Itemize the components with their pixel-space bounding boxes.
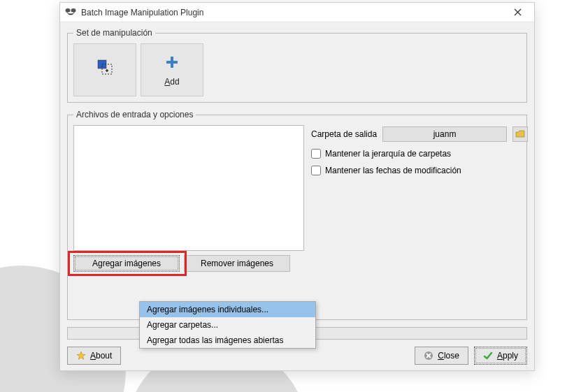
right-button-group: Close Apply — [415, 347, 527, 365]
output-folder-button[interactable]: juanm — [382, 126, 507, 142]
menu-add-all-open[interactable]: Agregar todas las imágenes abiertas — [140, 333, 315, 348]
keep-dates-label: Mantener las fechas de modificación — [325, 166, 461, 175]
output-folder-row: Carpeta de salida juanm — [311, 126, 521, 142]
keep-hierarchy-label: Mantener la jerarquía de carpetas — [325, 149, 451, 159]
add-images-button[interactable]: Agregar imágenes — [73, 255, 180, 272]
manipulation-set-legend: Set de manipulación — [73, 28, 155, 38]
titlebar: Batch Image Manipulation Plugin — [60, 3, 534, 22]
remove-images-button[interactable]: Remover imágenes — [184, 255, 290, 272]
menu-add-individual[interactable]: Agregar imágenes individuales... — [140, 302, 315, 317]
manipulation-set-group: Set de manipulación — [67, 28, 527, 103]
svg-point-2 — [69, 12, 70, 13]
keep-hierarchy-checkbox-row[interactable]: Mantener la jerarquía de carpetas — [311, 149, 521, 159]
svg-point-0 — [66, 8, 71, 13]
output-folder-label: Carpeta de salida — [311, 129, 377, 139]
close-button[interactable]: Close — [415, 347, 468, 365]
selection-icon — [96, 58, 114, 76]
add-remove-row: Agregar imágenes Remover imágenes — [73, 255, 521, 272]
add-tool-label: Add — [164, 77, 179, 87]
window-close-button[interactable] — [505, 3, 530, 22]
app-icon — [64, 6, 77, 19]
options-pane: Carpeta de salida juanm Mantener la jera… — [311, 125, 521, 251]
add-tool-button[interactable]: Add — [141, 43, 203, 96]
toolbar-row: Add — [73, 43, 521, 96]
close-icon — [514, 8, 522, 16]
keep-hierarchy-checkbox[interactable] — [311, 149, 321, 159]
input-files-legend: Archivos de entrada y opciones — [73, 110, 196, 119]
svg-rect-11 — [166, 61, 178, 64]
io-section: Carpeta de salida juanm Mantener la jera… — [73, 125, 521, 272]
svg-point-3 — [71, 12, 73, 13]
apply-button[interactable]: Apply — [474, 347, 527, 365]
keep-dates-checkbox[interactable] — [311, 166, 321, 175]
about-label: About — [90, 351, 112, 361]
browse-folder-button[interactable] — [512, 126, 528, 142]
svg-point-1 — [71, 8, 76, 13]
apply-label: Apply — [497, 351, 518, 361]
folder-icon — [515, 129, 525, 139]
close-label: Close — [438, 351, 459, 361]
menu-add-folders[interactable]: Agregar carpetas... — [140, 317, 315, 333]
file-list-pane[interactable] — [73, 125, 304, 251]
bottom-button-row: About Close Apply — [67, 347, 527, 365]
plus-icon — [163, 53, 181, 71]
io-top-row: Carpeta de salida juanm Mantener la jera… — [73, 125, 521, 251]
cancel-x-icon — [424, 351, 433, 361]
window-title: Batch Image Manipulation Plugin — [81, 8, 505, 17]
input-files-group: Archivos de entrada y opciones Carpeta d… — [67, 110, 527, 320]
keep-dates-checkbox-row[interactable]: Mantener las fechas de modificación — [311, 166, 521, 175]
about-button[interactable]: About — [67, 347, 121, 365]
add-images-context-menu: Agregar imágenes individuales... Agregar… — [139, 301, 316, 349]
selection-tool-button[interactable] — [73, 43, 136, 96]
check-icon — [483, 351, 493, 361]
star-icon — [76, 351, 86, 361]
